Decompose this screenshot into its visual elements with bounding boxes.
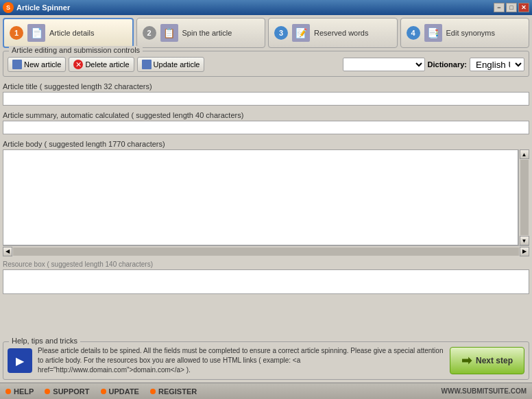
new-article-icon [12,60,22,69]
close-button[interactable]: ✕ [518,3,529,12]
resource-box-section: Resource box ( suggested length 140 char… [3,259,529,294]
tab-article-details[interactable]: 1 📄 Article details [3,18,134,48]
register-label: REGISTER [158,387,197,396]
resource-box-input[interactable] [3,269,529,294]
delete-article-button[interactable]: ✕ Delete article [69,57,134,72]
scroll-thumb[interactable] [520,160,529,235]
statusbar: HELP SUPPORT UPDATE REGISTER WWW.SUBMITS… [0,383,532,399]
update-label: UPDATE [109,387,139,396]
status-update[interactable]: UPDATE [101,387,139,396]
tab-number-4: 4 [407,26,420,40]
delete-article-label: Delete article [85,60,129,69]
tab-icon-spin-article: 📋 [160,24,178,42]
tab-reserved-words[interactable]: 3 📝 Reserved words [268,18,398,48]
tab-icon-edit-synonyms: 📑 [424,24,442,42]
article-title-section: Article title ( suggested length 32 char… [3,80,529,106]
resource-box-label: Resource box ( suggested length 140 char… [3,261,529,268]
article-title-label: Article title ( suggested length 32 char… [3,82,529,90]
article-body-label: Article body ( suggested length 1770 cha… [3,140,529,148]
status-support[interactable]: SUPPORT [45,387,89,396]
titlebar-left: S Article Spinner [3,2,70,13]
body-scrollbar[interactable]: ▲ ▼ [518,149,529,245]
update-article-icon [142,60,152,69]
tab-spin-article[interactable]: 2 📋 Spin the article [136,18,266,48]
tab-icon-reserved-words: 📝 [292,24,310,42]
titlebar-controls: − □ ✕ [494,3,529,12]
titlebar: S Article Spinner − □ ✕ [0,0,532,15]
tab-number-2: 2 [143,26,156,40]
delete-article-icon: ✕ [73,60,83,69]
help-video-icon [8,348,32,373]
status-register[interactable]: REGISTER [150,387,197,396]
article-body-wrapper: ▲ ▼ ◀ ▶ [3,149,529,256]
tab-edit-synonyms[interactable]: 4 📑 Edit synonyms [400,18,530,48]
help-label: HELP [14,387,34,396]
body-editor-area: ▲ ▼ [3,149,529,245]
register-dot-icon [150,389,156,394]
dictionary-label: Dictionary: [428,60,467,69]
update-article-button[interactable]: Update article [137,57,205,72]
dictionary-area: Dictionary: English US English UK [343,58,524,71]
support-label: SUPPORT [53,387,89,396]
tab-number-1: 1 [10,26,23,40]
next-step-label: Next step [476,356,513,365]
tab-label-spin-article: Spin the article [182,29,232,37]
update-article-label: Update article [154,60,200,69]
group-title: Article editing and submission controls [9,46,143,54]
article-summary-section: Article summary, automatic calculated ( … [3,108,529,134]
scroll-up-button[interactable]: ▲ [520,149,529,159]
help-dot-icon [5,389,11,394]
tab-number-3: 3 [274,26,288,40]
new-article-button[interactable]: New article [8,57,66,72]
app-logo: S [3,2,14,13]
article-body-input[interactable] [3,149,518,245]
article-title-input[interactable] [3,92,529,106]
next-step-button[interactable]: ➡ Next step [450,347,524,374]
body-hscrollbar[interactable]: ◀ ▶ [3,245,529,256]
tab-bar: 1 📄 Article details 2 📋 Spin the article… [3,18,529,48]
next-step-arrow-icon: ➡ [461,353,472,368]
website-label: WWW.SUBMITSUITE.COM [442,387,527,395]
maximize-button[interactable]: □ [506,3,517,12]
tab-icon-article-details: 📄 [27,24,45,42]
tab-label-reserved-words: Reserved words [314,29,368,37]
article-editing-group: Article editing and submission controls … [3,51,529,77]
hscroll-thumb[interactable] [13,247,519,256]
window-title: Article Spinner [16,3,70,12]
help-box-title: Help, tips and tricks [9,337,80,345]
scroll-down-button[interactable]: ▼ [520,236,529,245]
new-article-label: New article [24,60,61,69]
dictionary-dropdown[interactable]: English US English UK [470,58,524,71]
content-area: Article editing and submission controls … [3,51,529,337]
article-body-section: Article body ( suggested length 1770 cha… [3,137,529,256]
main-area: 1 📄 Article details 2 📋 Spin the article… [0,15,532,383]
update-dot-icon [101,389,106,394]
hscroll-left-button[interactable]: ◀ [3,247,12,256]
support-dot-icon [45,389,50,394]
help-text: Please article details to be spined. All… [38,346,444,375]
toolbar: New article ✕ Delete article Update arti… [8,54,524,72]
tab-label-article-details: Article details [49,29,94,37]
minimize-button[interactable]: − [494,3,505,12]
status-help[interactable]: HELP [5,387,34,396]
hscroll-right-button[interactable]: ▶ [520,247,529,256]
article-dropdown[interactable] [343,58,425,71]
article-summary-label: Article summary, automatic calculated ( … [3,111,529,119]
article-summary-input[interactable] [3,121,529,134]
help-box: Help, tips and tricks Please article det… [3,341,529,380]
tab-label-edit-synonyms: Edit synonyms [446,29,496,37]
